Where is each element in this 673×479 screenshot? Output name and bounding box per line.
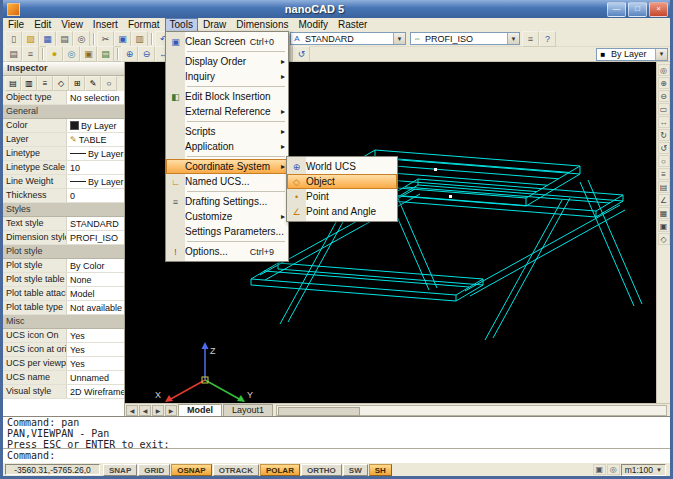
property-value[interactable]: Unnamed [67,371,124,384]
alphabetic-icon[interactable]: ◇ [53,76,69,91]
zoom-extents-icon[interactable]: ◎ [658,64,670,76]
layer-on-icon[interactable]: ● [46,46,63,62]
property-value[interactable]: By Color [67,259,124,272]
menu-item-drafting-settings[interactable]: ≡Drafting Settings... [166,194,288,209]
save-file-icon[interactable]: ▦ [39,31,56,47]
maximize-button[interactable]: □ [628,2,647,17]
menu-file[interactable]: File [3,18,29,31]
copy-icon[interactable]: ▣ [114,31,131,47]
toggle-grid[interactable]: GRID [138,464,170,476]
menu-format[interactable]: Format [123,18,165,31]
cut-icon[interactable]: ✂ [97,31,114,47]
layer-previous-icon[interactable]: ↺ [293,46,310,62]
toggle-sh[interactable]: SH [369,464,392,476]
horizontal-scrollbar[interactable] [276,405,667,416]
toggle-otrack[interactable]: OTRACK [213,464,259,476]
tab-nav-prev-icon[interactable]: ◀ [126,405,138,416]
grid-icon[interactable]: ▦ [658,207,670,219]
layer-plot-icon[interactable]: ▤ [97,46,114,62]
zoom-in-icon[interactable]: ⊕ [658,77,670,89]
menu-insert[interactable]: Insert [88,18,123,31]
toggle-polar[interactable]: POLAR [260,464,300,476]
color-combo[interactable]: ■By Layer▼ [596,48,668,61]
property-value[interactable]: STANDARD [67,217,124,230]
tab-model[interactable]: Model [178,404,222,416]
property-value[interactable]: By Layer [67,147,124,160]
close-button[interactable]: × [649,2,668,17]
menu-item-clean-screen[interactable]: ▣Clean ScreenCtrl+0 [166,34,288,49]
property-value[interactable]: 0 [67,189,124,202]
dropdown-arrow-icon[interactable]: ▼ [655,49,667,60]
categories-icon[interactable]: ≡ [37,76,53,91]
pan-icon[interactable]: ↔ [658,116,670,128]
menu-tools[interactable]: Tools [165,18,198,32]
tab-nav-prev-icon[interactable]: ◀ [139,405,151,416]
layers-icon[interactable]: ≡ [658,168,670,180]
menu-item-settings-parameters[interactable]: Settings Parameters... [166,224,288,239]
orbit-icon[interactable]: ↻ [658,129,670,141]
properties-icon[interactable]: ▤ [5,46,22,62]
menu-item-object[interactable]: ◇Object [287,174,397,189]
zoom-window-icon[interactable]: ▭ [658,103,670,115]
property-value[interactable]: Yes [67,343,124,356]
property-value[interactable]: None [67,273,124,286]
regen-icon[interactable]: ↺ [658,142,670,154]
menu-raster[interactable]: Raster [333,18,372,31]
edit-icon[interactable]: ✎ [85,76,101,91]
draw-order-icon[interactable]: ▤ [658,181,670,193]
menu-draw[interactable]: Draw [198,18,231,31]
property-value[interactable]: Yes [67,329,124,342]
toggle-osnap[interactable]: OSNAP [171,464,211,476]
tab-layout1[interactable]: Layout1 [223,404,273,416]
print-preview-icon[interactable]: ◎ [73,31,90,47]
menu-dimensions[interactable]: Dimensions [231,18,293,31]
layer-lock-icon[interactable]: ▣ [80,46,97,62]
zoom-in-icon[interactable]: ⊕ [121,46,138,62]
measure-icon[interactable]: ∠ [658,194,670,206]
layers-dialog-icon[interactable]: ≡ [22,46,39,62]
property-value[interactable]: PROFI_ISO [67,231,124,244]
toggle-snap[interactable]: SNAP [103,464,137,476]
menu-item-scripts[interactable]: Scripts▸ [166,124,288,139]
paste-icon[interactable]: ▥ [131,31,148,47]
menu-modify[interactable]: Modify [294,18,333,31]
dropdown-arrow-icon[interactable]: ▼ [507,33,519,44]
new-file-icon[interactable]: ▯ [5,31,22,47]
plot-icon[interactable]: ▤ [56,31,73,47]
menu-item-coordinate-system[interactable]: Coordinate System▸ [166,159,288,174]
expand-icon[interactable]: ⊞ [69,76,85,91]
property-value[interactable]: No selection [67,91,124,104]
snap-icon[interactable]: ▣ [658,220,670,232]
scrollbar-thumb[interactable] [278,407,360,416]
scale-combo[interactable]: m1:100▼ [621,464,666,476]
zoom-out-icon[interactable]: ⊖ [138,46,155,62]
menu-item-named-ucs[interactable]: ∟Named UCS... [166,174,288,189]
property-value[interactable]: 10 [67,161,124,174]
property-value[interactable]: Model [67,287,124,300]
menu-item-customize[interactable]: Customize▸ [166,209,288,224]
styles-icon[interactable]: ≡ [522,31,539,47]
help-icon[interactable]: ? [539,31,556,47]
notifications-icon[interactable]: ▣ [593,464,606,475]
toggle-sw[interactable]: SW [343,464,368,476]
select-icon[interactable]: ▤ [5,76,21,91]
property-value[interactable]: Yes [67,357,124,370]
property-value[interactable]: 2D Wireframe [67,385,124,398]
zoom-out-icon[interactable]: ⊖ [658,90,670,102]
menu-item-application[interactable]: Application▸ [166,139,288,154]
text-style-combo[interactable]: ASTANDARD▼ [290,32,406,45]
property-value[interactable]: ✎TABLE [67,133,124,146]
minimize-button[interactable]: — [607,2,626,17]
menu-item-point-and-angle[interactable]: ∠Point and Angle [287,204,397,219]
property-value[interactable]: Not available [67,301,124,314]
menu-item-display-order[interactable]: Display Order▸ [166,54,288,69]
menu-view[interactable]: View [56,18,88,31]
redraw-icon[interactable]: ○ [658,155,670,167]
layer-freeze-icon[interactable]: ◎ [63,46,80,62]
dimension-style-combo[interactable]: ⇔PROFI_ISO▼ [410,32,520,45]
tab-nav-next-icon[interactable]: ▶ [152,405,164,416]
property-value[interactable]: By Layer [67,119,124,132]
help-icon[interactable]: ○ [101,76,117,91]
menu-item-edit-block-insertion[interactable]: ◧Edit Block Insertion [166,89,288,104]
settings-icon[interactable]: ◇ [658,233,670,245]
